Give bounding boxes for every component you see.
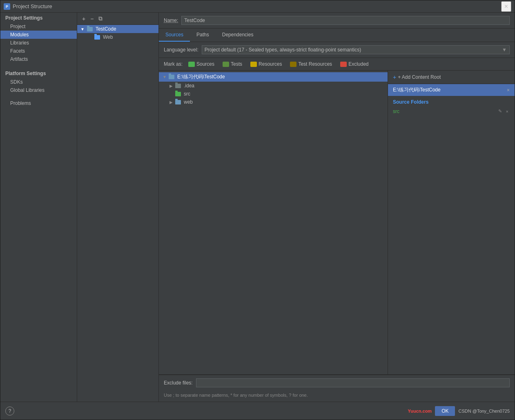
ok-button[interactable]: OK [435, 406, 455, 416]
directory-tree-panel: ▼ E:\练习代码\TestCode ▶ .idea src [159, 71, 388, 374]
dir-item-idea[interactable]: ▶ .idea [159, 82, 388, 90]
window-title: Project Structure [13, 3, 52, 9]
mark-excluded-button[interactable]: Excluded [338, 60, 371, 68]
content-split: ▼ E:\练习代码\TestCode ▶ .idea src [159, 71, 515, 374]
remove-module-button[interactable]: − [89, 15, 95, 23]
tab-sources[interactable]: Sources [159, 29, 190, 42]
sidebar-item-project[interactable]: Project [0, 22, 77, 31]
right-panel: + + Add Content Root E:\练习代码\TestCode × … [388, 71, 515, 374]
app-window: P Project Structure × Project Settings P… [0, 0, 515, 420]
main-content: Project Settings Project Modules Librari… [0, 13, 515, 402]
mark-resources-button[interactable]: Resources [248, 60, 284, 68]
resources-icon [250, 62, 257, 67]
language-level-select[interactable]: Project default (17 - Sealed types, alwa… [202, 45, 510, 54]
sidebar-item-modules[interactable]: Modules [0, 31, 77, 39]
sidebar-item-global-libraries[interactable]: Global Libraries [0, 86, 77, 94]
source-folder-actions: ✎ × [497, 108, 510, 114]
name-label: Name: [164, 18, 178, 23]
idea-label: .idea [184, 83, 194, 89]
title-bar: P Project Structure × [0, 0, 515, 13]
left-sidebar: Project Settings Project Modules Librari… [0, 13, 77, 402]
source-folder-item-src: src ✎ × [393, 107, 510, 115]
dir-item-web[interactable]: ▶ web [159, 98, 388, 106]
exclude-row: Exclude files: [159, 375, 515, 391]
language-level-label: Language level: [164, 47, 198, 53]
module-root-label: TestCode [96, 26, 116, 32]
tab-dependencies[interactable]: Dependencies [216, 29, 260, 42]
platform-settings-title: Platform Settings [0, 68, 77, 78]
dir-item-src[interactable]: src [159, 90, 388, 98]
problems-section: Problems [0, 99, 77, 107]
exclude-label: Exclude files: [164, 380, 193, 386]
add-module-button[interactable]: + [80, 15, 87, 23]
exclude-section: Exclude files: Use ; to separate name pa… [159, 374, 515, 402]
language-level-row: Language level: Project default (17 - Se… [159, 42, 515, 58]
add-content-root-button[interactable]: + + Add Content Root [388, 71, 515, 84]
remove-source-folder-button[interactable]: × [505, 108, 510, 114]
tab-paths[interactable]: Paths [190, 29, 216, 42]
idea-folder-icon [175, 84, 181, 88]
exclude-hint: Use ; to separate name patterns, * for a… [159, 391, 515, 402]
web-dir-label: web [184, 99, 193, 105]
module-folder-icon [87, 27, 93, 31]
watermark-label: Yuucn.com [408, 409, 432, 413]
sidebar-item-libraries[interactable]: Libraries [0, 39, 77, 47]
module-tree: ▼ TestCode Web [77, 25, 158, 41]
bottom-bar: ? Yuucn.com OK CSDN @Tony_Chen0725 [0, 402, 515, 420]
sidebar-item-problems[interactable]: Problems [0, 99, 77, 107]
exclude-input[interactable] [196, 378, 510, 387]
dir-root-folder-icon [169, 75, 174, 79]
sidebar-item-sdks[interactable]: SDKs [0, 78, 77, 86]
edit-source-folder-button[interactable]: ✎ [497, 108, 503, 114]
web-folder-icon [94, 35, 100, 40]
module-tree-root[interactable]: ▼ TestCode [77, 25, 158, 33]
src-label: src [184, 91, 190, 97]
help-button[interactable]: ? [5, 407, 14, 416]
module-child-web[interactable]: Web [77, 33, 158, 41]
content-column: Name: Sources Paths Dependencies Languag… [159, 13, 515, 402]
sidebar-item-artifacts[interactable]: Artifacts [0, 55, 77, 63]
dir-root-label: E:\练习代码\TestCode [177, 73, 225, 80]
dir-tree-root[interactable]: ▼ E:\练习代码\TestCode [159, 72, 388, 82]
test-resources-icon [290, 62, 297, 67]
dir-root-arrow: ▼ [162, 75, 167, 79]
project-settings-title: Project Settings [0, 13, 77, 22]
src-folder-icon [175, 92, 181, 96]
app-icon: P [4, 3, 10, 10]
module-child-label: Web [103, 34, 113, 40]
content-root-path-row: E:\练习代码\TestCode × [388, 84, 515, 96]
content-root-path-label: E:\练习代码\TestCode [393, 87, 441, 93]
mark-as-label: Mark as: [164, 61, 183, 67]
mark-sources-button[interactable]: Sources [186, 60, 217, 68]
content-tabs: Sources Paths Dependencies [159, 29, 515, 42]
title-bar-left: P Project Structure [4, 3, 52, 10]
tests-icon [223, 62, 229, 67]
platform-settings-section: Platform Settings SDKs Global Libraries [0, 68, 77, 94]
excluded-icon [340, 62, 347, 67]
close-button[interactable]: × [501, 1, 511, 12]
source-folders-section: Source Folders src ✎ × [388, 96, 515, 118]
web-arrow: ▶ [169, 100, 174, 104]
sidebar-item-facets[interactable]: Facets [0, 47, 77, 55]
language-level-value: Project default (17 - Sealed types, alwa… [205, 47, 361, 53]
add-icon: + [393, 74, 396, 80]
expand-arrow: ▼ [80, 27, 85, 31]
mark-tests-button[interactable]: Tests [220, 60, 245, 68]
module-column: + − ⧉ ▼ TestCode Web [77, 13, 159, 402]
idea-arrow: ▶ [169, 84, 174, 88]
name-bar: Name: [159, 13, 515, 29]
name-input[interactable] [181, 16, 510, 25]
csdn-label: CSDN @Tony_Chen0725 [458, 409, 510, 413]
mark-test-resources-button[interactable]: Test Resources [288, 60, 334, 68]
bottom-left: ? [5, 407, 14, 416]
web-dir-folder-icon [175, 100, 181, 104]
dropdown-arrow-icon: ▼ [502, 47, 507, 53]
mark-as-row: Mark as: Sources Tests Resources Test Re… [159, 58, 515, 71]
bottom-right: Yuucn.com OK CSDN @Tony_Chen0725 [408, 406, 510, 416]
copy-module-button[interactable]: ⧉ [97, 14, 104, 23]
add-content-root-label: + Add Content Root [398, 74, 441, 80]
source-folders-title: Source Folders [393, 99, 510, 105]
source-folder-src-label: src [393, 109, 399, 114]
content-root-close-button[interactable]: × [507, 87, 510, 93]
sources-icon [188, 62, 195, 67]
